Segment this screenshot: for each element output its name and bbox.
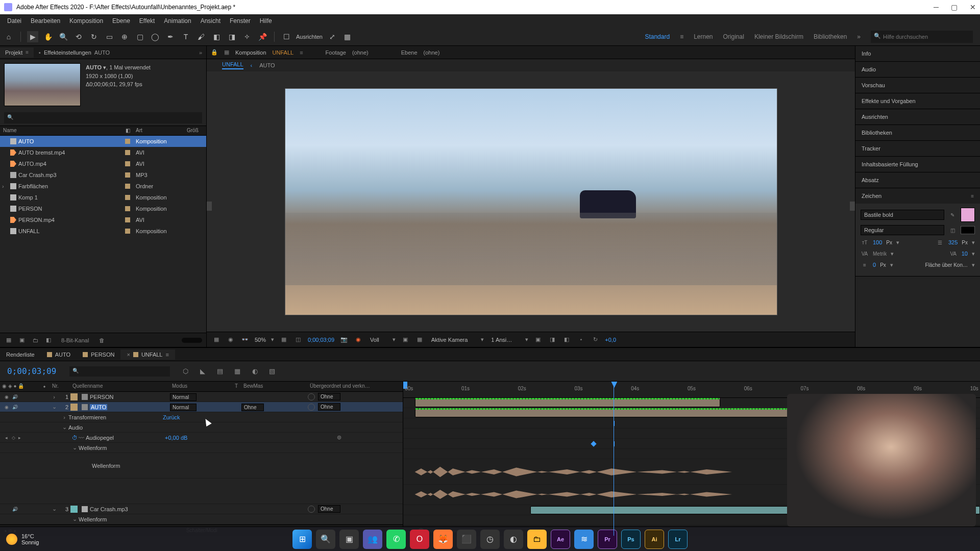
- menu-composition[interactable]: Komposition: [65, 16, 107, 26]
- help-search-input[interactable]: [871, 31, 973, 43]
- new-adj-layer-icon[interactable]: ◧: [44, 336, 53, 345]
- panel-character[interactable]: Zeichen ≡: [855, 188, 980, 204]
- tab-project[interactable]: Projekt ≡: [0, 47, 34, 58]
- audio-toggle-icon[interactable]: 🔊: [11, 393, 18, 400]
- project-item[interactable]: PERSON Komposition: [0, 203, 206, 214]
- workspace-original[interactable]: Original: [723, 33, 744, 40]
- interpret-footage-icon[interactable]: ▦: [4, 336, 13, 345]
- panel-audio[interactable]: Audio: [855, 62, 980, 77]
- pickwhip-icon[interactable]: [308, 404, 315, 411]
- workspace-small[interactable]: Kleiner Bildschirm: [754, 33, 803, 40]
- project-item[interactable]: Car Crash.mp3 MP3: [0, 169, 206, 181]
- flowchart-icon[interactable]: ⋆: [576, 335, 585, 344]
- keyframe-icon[interactable]: [591, 441, 596, 446]
- tab-close-icon[interactable]: ×: [127, 352, 130, 358]
- character-menu-icon[interactable]: ≡: [971, 193, 974, 199]
- app-icon-2[interactable]: ◷: [480, 530, 500, 549]
- leading-value[interactable]: 325: [948, 239, 958, 245]
- fill-over-stroke-dropdown[interactable]: Fläche über Kon…: [925, 262, 968, 268]
- flowchart-auto[interactable]: AUTO: [259, 62, 275, 68]
- project-item[interactable]: AUTO.mp4 AVI: [0, 158, 206, 169]
- reset-exposure-icon[interactable]: ↻: [591, 335, 600, 344]
- selection-tool-icon[interactable]: ▶: [27, 31, 38, 42]
- after-effects-icon[interactable]: Ae: [551, 530, 570, 549]
- new-folder-icon[interactable]: 🗀: [31, 336, 40, 345]
- pen-tool-icon[interactable]: ✒: [165, 31, 176, 42]
- curve-icon[interactable]: 〰: [79, 435, 86, 441]
- clone-tool-icon[interactable]: ◧: [211, 31, 222, 42]
- layer-name[interactable]: Car Crash.mp3: [90, 506, 128, 512]
- zoom-dropdown-icon[interactable]: ▾: [271, 336, 274, 343]
- start-button[interactable]: ⊞: [292, 530, 312, 549]
- tab-renderqueue[interactable]: Renderliste: [0, 349, 41, 360]
- shy-icon[interactable]: ▤: [215, 366, 225, 377]
- label-swatch[interactable]: [125, 150, 130, 155]
- tab-menu-icon[interactable]: ≡: [165, 352, 168, 358]
- trash-icon[interactable]: 🗑: [97, 336, 106, 345]
- parent-dropdown[interactable]: Ohne: [318, 505, 340, 513]
- collapse-icon[interactable]: ⌄: [70, 444, 79, 451]
- video-toggle-icon[interactable]: ◉: [3, 404, 10, 411]
- eraser-tool-icon[interactable]: ◨: [226, 31, 237, 42]
- prop-transform[interactable]: › Transformieren Zurück: [0, 412, 403, 422]
- font-dropdown[interactable]: Bastile bold: [861, 210, 944, 220]
- pan-behind-tool-icon[interactable]: ⊕: [119, 31, 130, 42]
- zoom-tool-icon[interactable]: 🔍: [58, 31, 69, 42]
- stroke-value[interactable]: 0: [873, 262, 876, 268]
- panel-align[interactable]: Ausrichten: [855, 109, 980, 124]
- guides-icon[interactable]: ◫: [293, 335, 303, 344]
- illustrator-icon[interactable]: Ai: [645, 530, 664, 549]
- layer-row-carcrash[interactable]: 🔊 ⌄ 3 Car Crash.mp3 Ohne: [0, 504, 403, 514]
- frame-blend-icon[interactable]: ▦: [232, 366, 242, 377]
- expand-icon[interactable]: ›: [50, 394, 58, 400]
- pickwhip-icon[interactable]: [308, 506, 315, 513]
- workspace-libraries[interactable]: Bibliotheken: [814, 33, 847, 40]
- collapse-icon[interactable]: ⌄: [50, 506, 58, 512]
- font-size-value[interactable]: 100: [873, 239, 882, 245]
- home-icon[interactable]: ⌂: [3, 31, 14, 42]
- panel-libraries[interactable]: Bibliotheken: [855, 125, 980, 140]
- snap-toggle-icon[interactable]: ☐: [281, 31, 292, 42]
- kerning-value[interactable]: Metrik: [873, 251, 887, 257]
- viewer-menu-icon[interactable]: ≡: [300, 49, 303, 56]
- explorer-icon[interactable]: 🗀: [527, 530, 547, 549]
- label-swatch[interactable]: [125, 139, 130, 144]
- workspace-more-icon[interactable]: »: [857, 33, 861, 40]
- label-swatch[interactable]: [125, 172, 130, 178]
- prop-waveform-l3[interactable]: ⌄ Wellenform: [0, 514, 403, 524]
- zoom-level[interactable]: 50%: [255, 337, 266, 343]
- panel-overflow-icon[interactable]: »: [195, 49, 206, 56]
- project-slider[interactable]: [182, 338, 202, 343]
- task-view-icon[interactable]: ▣: [339, 530, 359, 549]
- stopwatch-icon[interactable]: ⏱: [70, 435, 79, 441]
- project-item[interactable]: › Farbflächen Ordner: [0, 181, 206, 192]
- roi-icon[interactable]: ▣: [401, 335, 410, 344]
- roto-tool-icon[interactable]: ✧: [241, 31, 253, 42]
- audio-toggle-icon[interactable]: 🔊: [11, 506, 18, 513]
- lightroom-icon[interactable]: Lr: [668, 530, 688, 549]
- rotate-tool-icon[interactable]: ↻: [88, 31, 100, 42]
- color-mgmt-icon[interactable]: ◉: [354, 335, 363, 344]
- viewer-comp-name[interactable]: UNFALL: [273, 49, 294, 56]
- menu-file[interactable]: Datei: [3, 16, 26, 26]
- viewer-grid-icon[interactable]: ▦: [224, 49, 229, 56]
- snapping-icon[interactable]: ⤢: [327, 31, 338, 42]
- expression-pickwhip-icon[interactable]: ⊚: [337, 434, 341, 441]
- menu-help[interactable]: Hilfe: [256, 16, 276, 26]
- app-icon-1[interactable]: ⬛: [457, 530, 476, 549]
- panel-preview[interactable]: Vorschau: [855, 78, 980, 93]
- menu-view[interactable]: Ansicht: [197, 16, 225, 26]
- camera-chevron-icon[interactable]: ▾: [481, 336, 484, 343]
- trackmatte-dropdown[interactable]: Ohne: [241, 404, 264, 411]
- comp-mini-flowchart-icon[interactable]: ⬡: [180, 366, 190, 377]
- audiolevel-value[interactable]: +0,00 dB: [165, 435, 187, 441]
- project-item[interactable]: PERSON.mp4 AVI: [0, 214, 206, 226]
- pix-aspect-icon[interactable]: ▣: [533, 335, 543, 344]
- menu-animation[interactable]: Animation: [160, 16, 195, 26]
- label-swatch[interactable]: [125, 195, 130, 200]
- photoshop-icon[interactable]: Ps: [621, 530, 641, 549]
- hand-tool-icon[interactable]: ✋: [42, 31, 54, 42]
- project-search-input[interactable]: [4, 112, 202, 123]
- opera-icon[interactable]: O: [410, 530, 429, 549]
- viewer-timecode[interactable]: 0;00;03;09: [308, 337, 334, 343]
